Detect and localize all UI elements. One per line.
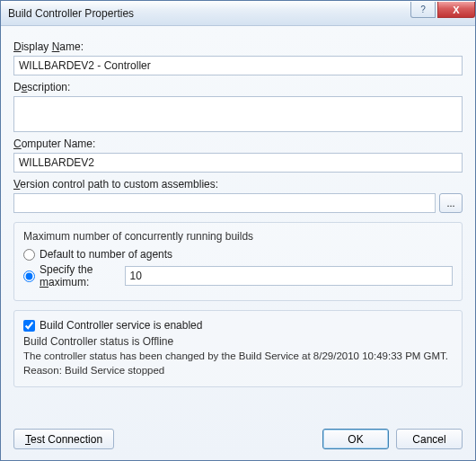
computer-name-label: Computer Name: bbox=[13, 137, 463, 150]
display-name-input[interactable] bbox=[13, 56, 463, 75]
status-header: Build Controller status is Offline bbox=[23, 335, 453, 348]
service-enabled-checkbox[interactable] bbox=[23, 320, 35, 332]
ok-button[interactable]: OK bbox=[322, 429, 389, 449]
vc-path-input[interactable] bbox=[13, 193, 436, 213]
help-icon: ? bbox=[420, 4, 426, 14]
max-builds-group: Maximum number of concurrently running b… bbox=[13, 222, 463, 301]
window-title: Build Controller Properties bbox=[8, 7, 410, 20]
radio-specify-max[interactable] bbox=[23, 270, 35, 282]
titlebar-buttons: ? X bbox=[410, 1, 475, 25]
max-builds-group-title: Maximum number of concurrently running b… bbox=[23, 230, 453, 243]
vc-path-label: Version control path to custom assemblie… bbox=[13, 178, 463, 191]
status-line1: The controller status has been changed b… bbox=[23, 350, 448, 361]
test-connection-button[interactable]: Test Connection bbox=[13, 429, 114, 449]
description-label: Description: bbox=[13, 81, 463, 93]
computer-name-input[interactable] bbox=[13, 153, 463, 173]
title-bar[interactable]: Build Controller Properties ? X bbox=[1, 1, 475, 26]
display-name-label: Display Name: bbox=[13, 40, 463, 53]
close-button[interactable]: X bbox=[437, 2, 475, 18]
dialog-window: Build Controller Properties ? X Display … bbox=[0, 0, 476, 461]
radio-default-agents[interactable] bbox=[23, 249, 35, 261]
description-input[interactable] bbox=[13, 96, 463, 132]
dialog-footer: Test Connection OK Cancel bbox=[13, 420, 463, 449]
radio-default-label: Default to number of agents bbox=[40, 248, 172, 261]
status-detail: The controller status has been changed b… bbox=[23, 350, 453, 377]
max-value-input[interactable] bbox=[125, 266, 453, 286]
client-area: Display Name: Description: Computer Name… bbox=[1, 26, 475, 460]
close-icon: X bbox=[453, 4, 459, 15]
service-enabled-label: Build Controller service is enabled bbox=[40, 319, 202, 332]
radio-specify-label: Specify the maximum: bbox=[40, 263, 120, 288]
status-group: Build Controller service is enabled Buil… bbox=[13, 310, 463, 387]
status-line2: Reason: Build Service stopped bbox=[23, 365, 164, 376]
browse-button[interactable]: ... bbox=[439, 193, 463, 213]
cancel-button[interactable]: Cancel bbox=[396, 429, 463, 449]
help-button[interactable]: ? bbox=[410, 2, 436, 18]
